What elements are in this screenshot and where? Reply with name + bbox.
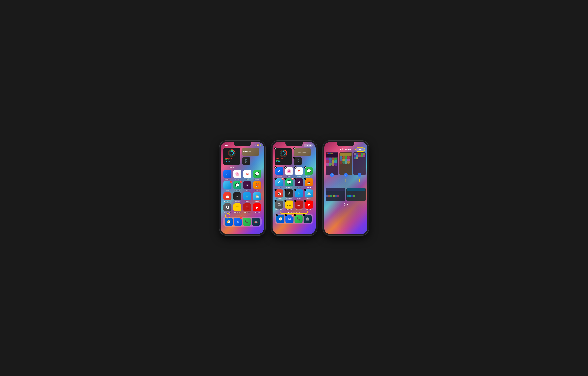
app-appstore-2[interactable]: A − App Store xyxy=(275,167,284,177)
phone-icon-1[interactable]: 📞 xyxy=(243,218,251,226)
app-bbcsport-1[interactable]: BBC SPORT BBC Sport xyxy=(233,203,242,213)
app-messages-2[interactable]: 💬 − Messages xyxy=(304,167,313,177)
app-youtube-2[interactable]: ▶ − YouTube xyxy=(304,200,313,210)
tweetbot-delete-2[interactable]: − xyxy=(303,214,305,216)
bbcnews-delete-2[interactable]: − xyxy=(294,200,296,202)
music-delete-2[interactable]: − xyxy=(293,156,295,159)
fantastical-delete-2[interactable]: − xyxy=(274,189,277,191)
bbcnews-icon-1[interactable]: BBC NEWS xyxy=(243,203,251,211)
app-slack-2[interactable]: # − Slack xyxy=(295,178,304,188)
app-twitter-1[interactable]: 🐦 Twitter xyxy=(243,192,252,202)
fitness-widget[interactable]: 129/440KCAL 2/30MIN 5/12HRS xyxy=(223,148,240,165)
dock-phone-2[interactable]: 📞 − xyxy=(294,215,303,223)
machash-delete-2[interactable]: − xyxy=(284,189,287,191)
app-photos-1[interactable]: 🌸 Photos xyxy=(233,170,242,180)
whatsapp-delete-2[interactable]: − xyxy=(284,177,287,180)
machash-icon-1[interactable]: # xyxy=(233,192,241,200)
safari-delete-2[interactable]: − xyxy=(276,214,278,216)
page-thumb-2[interactable]: ✓ xyxy=(339,152,352,175)
page-thumb-5[interactable] xyxy=(346,188,366,201)
twitter-icon-2[interactable]: 🐦 − xyxy=(295,189,303,198)
app-messages-1[interactable]: 💬 Messages xyxy=(253,170,262,180)
mail-icon-2[interactable]: ✉ 16 − xyxy=(285,215,294,223)
app-bbcsport-2[interactable]: BBC SPORT − BBC Sport xyxy=(285,200,294,210)
bbcsport-icon-2[interactable]: BBC SPORT − xyxy=(285,200,293,209)
bottom-checkmark[interactable]: ✓ xyxy=(344,203,348,206)
gmail-icon-2[interactable]: M − xyxy=(295,167,303,175)
dock-mail-1[interactable]: ✉ 16 xyxy=(234,218,242,226)
app-photos-2[interactable]: 🌸 − Photos xyxy=(285,167,294,177)
app-fantastical-1[interactable]: 📅 Fantastical xyxy=(223,192,232,202)
weather-delete-2[interactable]: − xyxy=(304,189,306,191)
twitter-delete-2[interactable]: − xyxy=(294,189,296,191)
bbcsport-icon-1[interactable]: BBC SPORT xyxy=(233,203,241,211)
dock-mail-2[interactable]: ✉ 16 − xyxy=(285,215,294,223)
photos-icon-2[interactable]: 🌸 − xyxy=(285,167,293,175)
gmail-icon-1[interactable]: M xyxy=(243,170,251,178)
health-widget-2[interactable]: Health & Fitness xyxy=(294,148,311,156)
page-2-checkmark[interactable]: ✓ xyxy=(344,173,348,177)
health-widget[interactable]: Health & Fitness xyxy=(242,148,259,156)
twitter-icon-1[interactable]: 🐦 xyxy=(243,192,251,200)
app-fantastical-2[interactable]: 📅 − Fantastical xyxy=(275,189,284,199)
slack-icon-2[interactable]: # − xyxy=(295,178,303,186)
whatsapp-icon-1[interactable]: 💬 1 xyxy=(233,181,241,189)
dock-tweetbot-1[interactable]: 🤖 xyxy=(252,218,260,226)
appstore-icon-2[interactable]: A − xyxy=(275,167,283,175)
appstore-icon-1[interactable]: A xyxy=(223,170,231,178)
page-1-checkmark[interactable]: ✓ xyxy=(330,173,334,177)
youtube-delete-2[interactable]: − xyxy=(304,200,306,202)
add-button-2[interactable]: + xyxy=(275,144,277,147)
fantastical-icon-1[interactable]: 📅 xyxy=(223,192,231,200)
photos-icon-1[interactable]: 🌸 xyxy=(233,170,241,178)
slack-icon-1[interactable]: # xyxy=(243,181,251,189)
app-slack-1[interactable]: # Slack xyxy=(243,181,252,191)
health-delete-2[interactable]: − xyxy=(293,147,295,150)
firefox-delete-2[interactable]: − xyxy=(304,177,306,180)
app-appstore-1[interactable]: A App Store xyxy=(223,170,232,180)
app-youtube-1[interactable]: ▶ YouTube xyxy=(253,203,262,213)
music-widget[interactable]: 🎵 Music xyxy=(242,157,250,165)
app-gmail-2[interactable]: M − Gmail xyxy=(295,167,304,177)
appleframes-delete-2[interactable]: − xyxy=(274,200,277,202)
done-button-3[interactable]: Done xyxy=(355,147,365,152)
tweetbot-icon-1[interactable]: 🤖 xyxy=(252,218,260,226)
safari-icon-1[interactable]: 🧭 xyxy=(225,218,233,226)
things-icon-2[interactable]: ✓ 3 − xyxy=(275,178,283,186)
app-whatsapp-2[interactable]: 💬 1 − WhatsApp xyxy=(285,178,294,188)
messages-icon-1[interactable]: 💬 xyxy=(253,170,261,178)
dock-safari-2[interactable]: 🧭 − xyxy=(276,215,284,223)
things-delete-2[interactable]: − xyxy=(274,177,277,180)
youtube-icon-1[interactable]: ▶ xyxy=(253,203,261,211)
tweetbot-icon-2[interactable]: 🤖 − xyxy=(304,215,312,223)
page-3-checkmark[interactable]: ✓ xyxy=(358,173,361,177)
appleframes-icon-1[interactable]: 🖼 xyxy=(223,203,231,211)
app-things-2[interactable]: ✓ 3 − Things xyxy=(275,178,284,188)
phone-icon-2[interactable]: 📞 − xyxy=(294,215,303,223)
app-weather-2[interactable]: ⛅ − Weather xyxy=(304,189,313,199)
weather-icon-1[interactable]: ⛅ xyxy=(253,192,261,200)
page-thumb-3[interactable]: ✓ xyxy=(353,152,366,175)
bbcsport-delete-2[interactable]: − xyxy=(284,200,287,202)
youtube-icon-2[interactable]: ▶ − xyxy=(305,200,313,209)
mail-delete-2[interactable]: − xyxy=(285,214,287,216)
machash-icon-2[interactable]: # − xyxy=(285,189,293,198)
page-thumb-1[interactable]: ✓ xyxy=(326,152,338,175)
done-button-2[interactable]: Done xyxy=(304,144,313,147)
firefox-icon-2[interactable]: 🦊 − xyxy=(305,178,313,186)
photos-delete-2[interactable]: − xyxy=(284,166,287,169)
app-twitter-2[interactable]: 🐦 − Twitter xyxy=(295,189,304,199)
phone-delete-2[interactable]: − xyxy=(294,214,296,216)
mail-icon-1[interactable]: ✉ 16 xyxy=(234,218,242,226)
fitness-delete-2[interactable]: − xyxy=(274,147,276,150)
app-firefox-2[interactable]: 🦊 − Firefox xyxy=(304,178,313,188)
app-things-1[interactable]: ✓ 3 Things xyxy=(223,181,232,191)
safari-icon-2[interactable]: 🧭 − xyxy=(276,215,284,223)
app-bbcnews-2[interactable]: BBC NEWS − BBC News xyxy=(295,200,304,210)
dock-safari-1[interactable]: 🧭 xyxy=(225,218,233,226)
fantastical-icon-2[interactable]: 📅 − xyxy=(275,189,283,198)
app-machash-1[interactable]: # MacHash xyxy=(233,192,242,202)
slack-delete-2[interactable]: − xyxy=(294,177,296,180)
dock-tweetbot-2[interactable]: 🤖 − xyxy=(304,215,312,223)
app-appleframes-1[interactable]: 🖼 Apple Frames xyxy=(223,203,232,213)
